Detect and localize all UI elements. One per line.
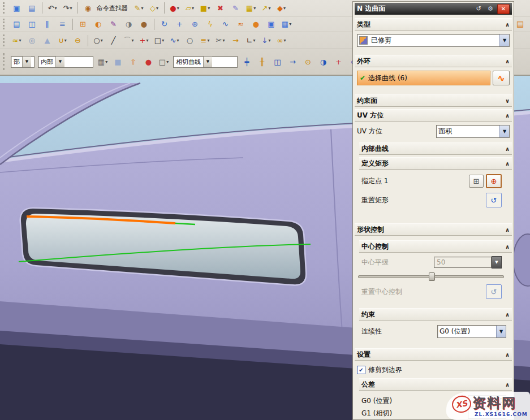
combo-arrow-icon[interactable]: ▼ <box>203 57 212 67</box>
dropdown-arrow-icon[interactable]: ▾ <box>105 59 107 64</box>
extend-curve-icon[interactable]: → <box>229 34 243 47</box>
stop-icon[interactable]: ● <box>141 55 156 68</box>
section-header-inner-curves[interactable]: 内部曲线 ∧ <box>359 142 512 155</box>
reset-rect-button[interactable]: ↺ <box>486 193 502 207</box>
edit-face-icon[interactable]: ✎ <box>229 1 243 15</box>
intersect-snap-icon[interactable]: + <box>331 55 346 68</box>
reset-center-button[interactable]: ↺ <box>486 284 502 299</box>
chevron-up-icon[interactable]: ∧ <box>505 58 510 64</box>
copy-icon[interactable]: ▤ <box>25 1 39 15</box>
dropdown-arrow-icon[interactable]: ▾ <box>289 21 291 27</box>
extrude-icon[interactable]: ■▾ <box>198 1 212 15</box>
endpoint-snap-icon[interactable]: ╪ <box>240 55 254 68</box>
center-flat-slider[interactable] <box>358 272 504 280</box>
dropdown-arrow-icon[interactable]: ▾ <box>192 6 194 11</box>
join-curve-icon[interactable]: ∞▾ <box>274 34 288 47</box>
sketch-icon[interactable]: ✎▾ <box>132 1 146 15</box>
columns-icon[interactable]: ‖ <box>40 18 54 31</box>
offset-curve-icon[interactable]: ≡▾ <box>198 34 212 47</box>
redo-icon[interactable]: ↷▾ <box>61 1 75 15</box>
chevron-up-icon[interactable]: ∧ <box>505 112 510 119</box>
orient-icon[interactable]: ⇧ <box>126 55 140 68</box>
swept-icon[interactable]: ≈▾ <box>10 34 24 47</box>
combo-arrow-icon[interactable]: ▼ <box>55 57 64 67</box>
dialog-settings-button[interactable]: ⚙ <box>485 5 495 14</box>
toolbar-grip[interactable] <box>3 34 7 46</box>
dropdown-arrow-icon[interactable]: ▾ <box>131 38 133 43</box>
dropdown-arrow-icon[interactable]: ▾ <box>54 6 57 11</box>
plane-icon[interactable]: ▱▾ <box>183 1 197 15</box>
point-tool-icon[interactable]: +▾ <box>137 34 151 47</box>
command-finder-label[interactable]: 命令查找器 <box>97 4 128 12</box>
grid-icon[interactable]: ▦▾ <box>279 18 294 31</box>
dropdown-arrow-icon[interactable]: ▼ <box>499 34 509 46</box>
dropdown-arrow-icon[interactable]: ▾ <box>283 38 286 43</box>
toolbar-grip[interactable] <box>3 19 7 29</box>
point-dialog-button[interactable]: ⊞ <box>469 175 484 188</box>
dropdown-arrow-icon[interactable]: ▾ <box>64 38 67 43</box>
subtract-icon[interactable]: ⊖ <box>71 34 85 47</box>
point-icon[interactable]: ●▾ <box>167 1 182 15</box>
dialog-close-button[interactable]: ✕ <box>497 4 510 14</box>
dropdown-arrow-icon[interactable]: ▾ <box>177 6 179 11</box>
toolbar-grip[interactable] <box>3 53 7 71</box>
layout-icon[interactable]: ⊞ <box>76 18 90 31</box>
dropdown-arrow-icon[interactable]: ▾ <box>268 6 270 11</box>
rect-select-icon[interactable]: □▾ <box>157 55 171 68</box>
paste-icon[interactable]: ▣ <box>10 1 24 15</box>
undo-icon[interactable]: ↶▾ <box>45 1 59 15</box>
combo-arrow-icon[interactable]: ▼ <box>22 57 31 67</box>
dropdown-arrow-icon[interactable]: ▾ <box>268 38 270 43</box>
midpoint-snap-icon[interactable]: ╫ <box>255 55 269 68</box>
select-curve-row[interactable]: ✔ 选择曲线 (6) <box>357 71 490 85</box>
pan-view-icon[interactable]: + <box>173 18 187 31</box>
selection-filter-combo[interactable]: 内部 ▼ <box>38 56 93 68</box>
arc-tool-icon[interactable]: ⌒▾ <box>122 34 136 47</box>
toolbar-grip[interactable] <box>3 2 7 14</box>
dropdown-arrow-icon[interactable]: ▾ <box>146 38 148 43</box>
ellipse-tool-icon[interactable]: ○ <box>183 34 197 47</box>
chevron-up-icon[interactable]: ∧ <box>505 244 510 250</box>
through-curves-icon[interactable]: ≈ <box>234 18 248 31</box>
quadrant-snap-icon[interactable]: ◑ <box>316 55 330 68</box>
circle-tool-icon[interactable]: ○▾ <box>91 34 105 47</box>
pattern-face-icon[interactable]: ▦▾ <box>244 1 258 15</box>
rotate-view-icon[interactable]: ↻ <box>157 18 171 31</box>
section-header-constraint[interactable]: 约束 ∧ <box>359 308 512 321</box>
chevron-up-icon[interactable]: ∧ <box>505 146 510 152</box>
studio-spline-icon[interactable]: ∿ <box>218 18 232 31</box>
chevron-up-icon[interactable]: ∧ <box>505 227 510 233</box>
chevron-up-icon[interactable]: ∧ <box>505 352 510 358</box>
uv-dropdown[interactable]: 面积 ▼ <box>436 125 510 138</box>
continuity-dropdown[interactable]: G0 (位置) ▼ <box>437 325 506 338</box>
palette-icon[interactable]: ◐ <box>91 18 105 31</box>
line-tool-icon[interactable]: ╱ <box>106 34 120 47</box>
type-dropdown[interactable]: 已修剪 ▼ <box>357 34 510 47</box>
center-flat-input[interactable]: 50 <box>434 257 492 268</box>
section-header-center-control[interactable]: 中心控制 ∧ <box>359 240 512 253</box>
point-constructor-button[interactable]: ⊕ <box>486 174 502 188</box>
slider-thumb[interactable] <box>429 272 435 281</box>
center-snap-icon[interactable]: ⊙ <box>301 55 315 68</box>
section-header-tolerance[interactable]: 公差 ∧ <box>359 378 512 391</box>
unite-icon[interactable]: ∪▾ <box>55 34 70 47</box>
dropdown-arrow-icon[interactable]: ▼ <box>496 326 506 337</box>
chevron-up-icon[interactable]: ∧ <box>505 161 510 167</box>
report-icon[interactable]: ≡ <box>55 18 70 31</box>
section-header-uv[interactable]: UV 方位 ∧ <box>355 109 512 122</box>
chevron-up-icon[interactable]: ∧ <box>505 21 510 28</box>
dropdown-arrow-icon[interactable]: ▾ <box>253 38 255 43</box>
dropdown-arrow-icon[interactable]: ▾ <box>207 38 209 43</box>
annotate-icon[interactable]: ✎ <box>106 18 120 31</box>
type-filter-icon[interactable]: ▦▾ <box>96 55 110 68</box>
chevron-up-icon[interactable]: ∧ <box>505 311 510 318</box>
trim-to-boundary-checkbox[interactable]: ✔ <box>357 366 365 374</box>
move-face-icon[interactable]: ↗▾ <box>259 1 273 15</box>
dropdown-arrow-icon[interactable]: ▾ <box>70 6 72 11</box>
cylinder-icon[interactable]: ◎ <box>25 34 39 47</box>
dialog-reset-button[interactable]: ↺ <box>473 5 484 14</box>
dropdown-arrow-icon[interactable]: ▾ <box>162 38 164 43</box>
render-icon[interactable]: ● <box>137 18 151 31</box>
dropdown-arrow-icon[interactable]: ▾ <box>166 59 169 64</box>
cone-icon[interactable]: ▲ <box>40 34 54 47</box>
